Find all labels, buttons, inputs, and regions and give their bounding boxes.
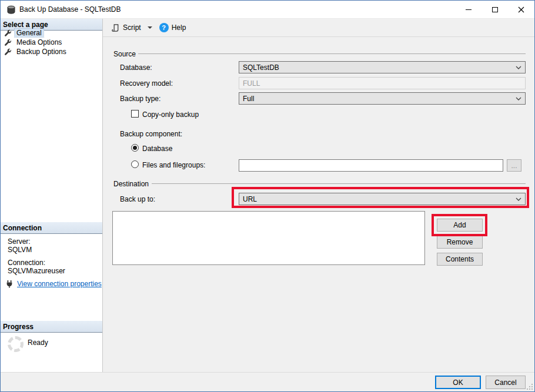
sidebar: Select a page General Media Options Back… <box>1 19 103 372</box>
help-icon: ? <box>159 23 169 32</box>
maximize-button[interactable] <box>482 1 508 19</box>
progress-spinner-icon <box>8 336 24 352</box>
recovery-model-label: Recovery model: <box>120 79 173 88</box>
wrench-icon <box>4 29 12 37</box>
server-value: SQLVM <box>8 246 32 254</box>
back-up-to-value: URL <box>243 195 257 203</box>
destination-list[interactable] <box>112 211 425 265</box>
source-divider <box>138 53 526 54</box>
script-label: Script <box>123 24 141 32</box>
files-filegroups-radio[interactable] <box>131 160 139 168</box>
view-connection-properties-link[interactable]: View connection properties <box>17 280 102 288</box>
chevron-down-icon <box>516 197 521 201</box>
sidebar-item-label: General <box>15 29 44 37</box>
backup-database-dialog: Back Up Database - SQLTestDB Select a pa… <box>0 0 535 392</box>
wrench-icon <box>4 39 12 46</box>
view-connection-properties[interactable]: View connection properties <box>5 280 102 288</box>
script-dropdown-icon[interactable] <box>148 26 152 29</box>
close-icon <box>518 6 524 13</box>
destination-divider <box>152 183 526 184</box>
add-button[interactable]: Add <box>437 219 483 232</box>
minimize-button[interactable] <box>455 1 482 19</box>
backup-type-value: Full <box>243 95 254 103</box>
ok-button[interactable]: OK <box>435 376 481 389</box>
titlebar: Back Up Database - SQLTestDB <box>1 1 534 19</box>
server-label: Server: <box>8 237 31 246</box>
destination-legend: Destination <box>113 180 149 188</box>
database-combobox[interactable]: SQLTestDB <box>239 61 526 73</box>
backup-type-label: Backup type: <box>120 95 160 103</box>
chevron-down-icon <box>516 97 521 100</box>
connection-label: Connection: <box>8 259 45 267</box>
help-button[interactable]: ? Help <box>157 21 189 34</box>
browse-button[interactable]: ... <box>507 159 521 172</box>
connection-header: Connection <box>1 222 102 234</box>
backup-component-label: Backup component: <box>120 130 182 138</box>
sidebar-item-media-options[interactable]: Media Options <box>4 38 98 47</box>
footer-divider <box>1 372 534 373</box>
back-up-to-combobox[interactable]: URL <box>239 193 526 205</box>
sidebar-item-label: Backup Options <box>15 48 68 56</box>
recovery-model-field: FULL <box>239 77 526 89</box>
sidebar-item-general[interactable]: General <box>4 28 98 38</box>
files-filegroups-input[interactable] <box>239 159 503 172</box>
maximize-icon <box>492 7 498 12</box>
resize-grip[interactable] <box>531 388 533 390</box>
copy-only-checkbox[interactable] <box>131 110 139 118</box>
window-title: Back Up Database - SQLTestDB <box>19 5 121 14</box>
chevron-down-icon <box>516 66 521 69</box>
source-legend: Source <box>113 50 136 58</box>
recovery-model-value: FULL <box>243 79 260 88</box>
connection-properties-icon <box>5 280 14 288</box>
progress-header: Progress <box>1 321 102 333</box>
script-button[interactable]: Script <box>109 22 155 34</box>
close-button[interactable] <box>508 1 534 19</box>
main-toolbar: Script ? Help <box>103 19 535 37</box>
backup-type-combobox[interactable]: Full <box>239 92 526 105</box>
database-radio-label: Database <box>142 145 172 153</box>
help-label: Help <box>172 24 186 32</box>
cancel-button[interactable]: Cancel <box>486 376 526 389</box>
database-value: SQLTestDB <box>243 63 279 72</box>
sidebar-item-backup-options[interactable]: Backup Options <box>4 47 98 56</box>
database-label: Database: <box>120 63 152 72</box>
database-radio[interactable] <box>131 144 139 152</box>
remove-button[interactable]: Remove <box>437 236 483 249</box>
copy-only-label: Copy-only backup <box>142 110 199 119</box>
connection-value: SQLVM\azureuser <box>8 267 65 275</box>
script-icon <box>111 24 120 32</box>
back-up-to-label: Back up to: <box>120 195 155 203</box>
contents-button[interactable]: Contents <box>437 253 483 266</box>
sidebar-item-label: Media Options <box>15 38 63 46</box>
files-filegroups-label: Files and filegroups: <box>142 161 205 169</box>
database-icon <box>6 5 16 15</box>
minimize-icon <box>466 9 472 10</box>
wrench-icon <box>4 48 12 56</box>
progress-status: Ready <box>28 339 48 347</box>
